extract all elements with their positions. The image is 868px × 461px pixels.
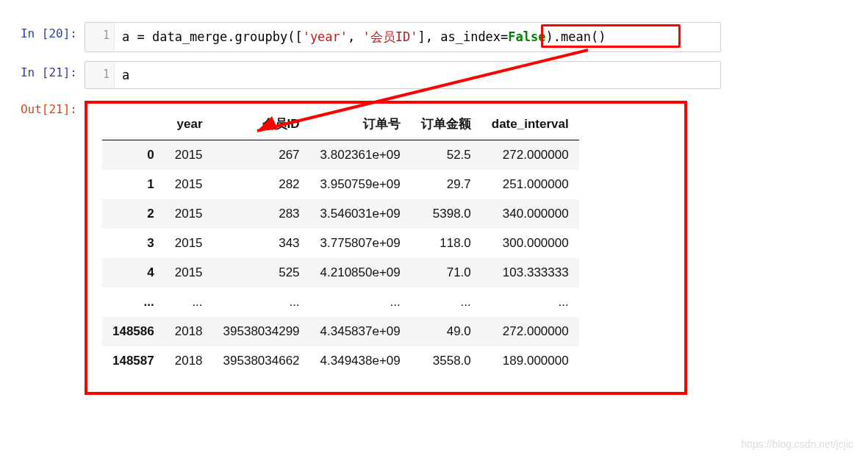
- table-cell: 39538034299: [213, 317, 310, 346]
- row-index: 2: [102, 199, 165, 229]
- table-cell: 103.333333: [481, 258, 579, 287]
- table-cell: 2015: [165, 199, 213, 229]
- table-cell: 267: [213, 140, 310, 171]
- table-cell: ...: [411, 287, 481, 317]
- table-row: 420155254.210850e+0971.0103.333333: [102, 258, 579, 287]
- table-cell: 3.802361e+09: [310, 140, 411, 171]
- cell-in-21: In [21]: 1 a: [0, 61, 868, 89]
- table-row: 320153433.775807e+09118.0300.000000: [102, 229, 579, 258]
- row-index: ...: [102, 287, 165, 317]
- row-index: 148586: [102, 317, 165, 346]
- table-cell: 3558.0: [411, 346, 481, 376]
- col-year: year: [165, 108, 213, 140]
- col-order-no: 订单号: [310, 108, 411, 140]
- table-cell: 272.000000: [481, 140, 579, 171]
- code-input-21[interactable]: 1 a: [85, 61, 721, 89]
- table-cell: ...: [310, 287, 411, 317]
- cell-out-21: Out[21]: year 会员ID 订单号 订单金额 date_interva…: [0, 98, 868, 376]
- table-header-row: year 会员ID 订单号 订单金额 date_interval: [102, 108, 579, 140]
- table-row: 120152823.950759e+0929.7251.000000: [102, 170, 579, 199]
- prompt-in-20: In [20]:: [0, 22, 85, 45]
- table-cell: 251.000000: [481, 170, 579, 199]
- notebook: In [20]: 1 a = data_merge.groupby(['year…: [0, 0, 868, 376]
- line-number: 1: [85, 23, 115, 51]
- table-cell: 272.000000: [481, 317, 579, 346]
- table-cell: 52.5: [411, 140, 481, 171]
- table-row: 1485872018395380346624.349438e+093558.01…: [102, 346, 579, 376]
- row-index: 3: [102, 229, 165, 258]
- table-cell: 39538034662: [213, 346, 310, 376]
- row-index: 4: [102, 258, 165, 287]
- col-date-interval: date_interval: [481, 108, 579, 140]
- table-cell: 3.950759e+09: [310, 170, 411, 199]
- table-cell: ...: [165, 287, 213, 317]
- table-cell: 29.7: [411, 170, 481, 199]
- table-row: 1485862018395380342994.345837e+0949.0272…: [102, 317, 579, 346]
- table-cell: 189.000000: [481, 346, 579, 376]
- line-number: 1: [85, 62, 115, 88]
- table-cell: 2018: [165, 317, 213, 346]
- table-cell: 2015: [165, 140, 213, 171]
- table-cell: 4.349438e+09: [310, 346, 411, 376]
- table-cell: ...: [213, 287, 310, 317]
- output-area-21: year 会员ID 订单号 订单金额 date_interval 0201526…: [85, 98, 868, 376]
- table-cell: 5398.0: [411, 199, 481, 229]
- table-cell: 4.210850e+09: [310, 258, 411, 287]
- cell-in-20: In [20]: 1 a = data_merge.groupby(['year…: [0, 22, 868, 52]
- table-cell: 2015: [165, 258, 213, 287]
- table-cell: 282: [213, 170, 310, 199]
- table-cell: 300.000000: [481, 229, 579, 258]
- row-index: 1: [102, 170, 165, 199]
- code-input-20[interactable]: 1 a = data_merge.groupby(['year', '会员ID'…: [85, 22, 721, 52]
- code-text-20: a = data_merge.groupby(['year', '会员ID'],…: [115, 23, 720, 51]
- table-row: ..................: [102, 287, 579, 317]
- table-row: 220152833.546031e+095398.0340.000000: [102, 199, 579, 229]
- table-cell: 118.0: [411, 229, 481, 258]
- code-text-21: a: [115, 62, 720, 88]
- table-cell: 2015: [165, 229, 213, 258]
- table-cell: 525: [213, 258, 310, 287]
- table-cell: 343: [213, 229, 310, 258]
- col-order-amount: 订单金额: [411, 108, 481, 140]
- table-cell: 3.546031e+09: [310, 199, 411, 229]
- table-cell: 49.0: [411, 317, 481, 346]
- table-cell: 2015: [165, 170, 213, 199]
- table-cell: ...: [481, 287, 579, 317]
- table-cell: 2018: [165, 346, 213, 376]
- col-member-id: 会员ID: [213, 108, 310, 140]
- table-cell: 3.775807e+09: [310, 229, 411, 258]
- table-cell: 340.000000: [481, 199, 579, 229]
- prompt-in-21: In [21]:: [0, 61, 85, 84]
- table-cell: 4.345837e+09: [310, 317, 411, 346]
- table-cell: 283: [213, 199, 310, 229]
- dataframe-table: year 会员ID 订单号 订单金额 date_interval 0201526…: [102, 108, 579, 376]
- watermark: https://blog.csdn.net/jcjic: [741, 438, 853, 450]
- table-cell: 71.0: [411, 258, 481, 287]
- row-index: 148587: [102, 346, 165, 376]
- prompt-out-21: Out[21]:: [0, 98, 85, 121]
- row-index: 0: [102, 140, 165, 171]
- table-row: 020152673.802361e+0952.5272.000000: [102, 140, 579, 171]
